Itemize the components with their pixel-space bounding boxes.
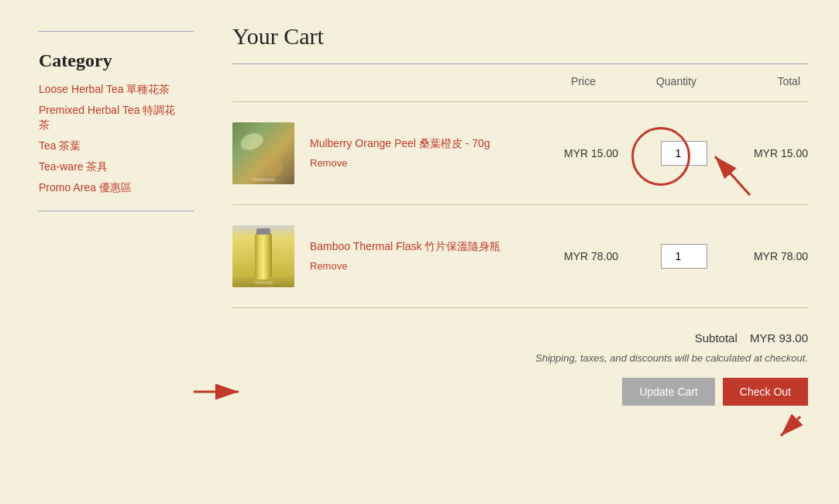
sidebar-divider-top [39, 31, 194, 32]
subtotal-label: Subtotal [695, 331, 738, 345]
item-2-qty-input[interactable] [661, 244, 707, 269]
update-cart-button[interactable]: Update Cart [622, 378, 714, 406]
cart-divider-2 [232, 204, 808, 205]
flask-cap [256, 228, 270, 235]
cart-column-headers: Price Quantity Total [232, 75, 808, 94]
item-2-qty [638, 244, 731, 269]
item-1-price: MYR 15.00 [545, 147, 638, 159]
item-2-details: Bamboo Thermal Flask 竹片保溫隨身瓶 Remove [310, 240, 545, 273]
sidebar-item-loose-herbal[interactable]: Loose Herbal Tea 單種花茶 [39, 82, 186, 97]
sidebar-item-promo[interactable]: Promo Area 優惠區 [39, 180, 186, 195]
cart-item-2: THIRDASE Bamboo Thermal Flask 竹片保溫隨身瓶 Re… [232, 213, 808, 300]
sidebar-divider-bottom [39, 211, 194, 211]
sidebar: Category Loose Herbal Tea 單種花茶 Premixed … [0, 15, 217, 489]
cart-actions: Update Cart Check Out [232, 378, 808, 406]
sidebar-link-promo[interactable]: Promo Area 優惠區 [39, 181, 132, 194]
sidebar-nav-list: Loose Herbal Tea 單種花茶 Premixed Herbal Te… [39, 82, 186, 195]
item-2-remove[interactable]: Remove [310, 260, 347, 272]
item-2-name: Bamboo Thermal Flask 竹片保溫隨身瓶 [310, 240, 537, 254]
item-1-details: Mulberry Orange Peel 桑葉橙皮 - 70g Remove [310, 137, 545, 170]
cart-divider-3 [232, 307, 808, 308]
sidebar-link-loose-herbal[interactable]: Loose Herbal Tea 單種花茶 [39, 83, 170, 95]
item-2-total: MYR 78.00 [731, 250, 808, 262]
sidebar-link-premixed-herbal[interactable]: Premixed Herbal Tea 特調花茶 [39, 104, 175, 131]
col-header-total: Total [723, 75, 800, 87]
flask-body [255, 233, 272, 279]
sidebar-category-title: Category [39, 50, 186, 71]
cart-item-1: THIRDASE Mulberry Orange Peel 桑葉橙皮 - 70g… [232, 110, 808, 197]
sidebar-link-teaware[interactable]: Tea-ware 茶具 [39, 160, 108, 173]
cart-header-divider [232, 63, 808, 64]
sidebar-item-teaware[interactable]: Tea-ware 茶具 [39, 159, 186, 174]
item-2-image: THIRDASE [232, 225, 294, 287]
item-1-remove[interactable]: Remove [310, 157, 347, 169]
col-header-quantity: Quantity [630, 75, 723, 87]
sidebar-link-tea[interactable]: Tea 茶葉 [39, 139, 81, 152]
sidebar-item-tea[interactable]: Tea 茶葉 [39, 139, 186, 153]
shipping-note: Shipping, taxes, and discounts will be c… [232, 352, 808, 364]
checkout-button[interactable]: Check Out [723, 378, 808, 406]
annotation-arrow-checkout [777, 417, 816, 455]
sidebar-item-premixed-herbal[interactable]: Premixed Herbal Tea 特調花茶 [39, 103, 186, 132]
cart-summary: Subtotal MYR 93.00 Shipping, taxes, and … [232, 331, 808, 406]
item-1-qty [638, 141, 731, 166]
subtotal-row: Subtotal MYR 93.00 [232, 331, 808, 345]
subtotal-value: MYR 93.00 [750, 331, 808, 345]
cart-divider-1 [232, 101, 808, 102]
tea-image: THIRDASE [232, 122, 294, 184]
svg-line-5 [781, 417, 800, 436]
item-2-price: MYR 78.00 [545, 250, 638, 262]
item-1-total: MYR 15.00 [731, 147, 808, 159]
main-content: Your Cart Price Quantity Total THIRDASE … [217, 15, 839, 489]
item-1-image: THIRDASE [232, 122, 294, 184]
page-title: Your Cart [232, 23, 808, 50]
col-header-price: Price [537, 75, 630, 87]
flask-image: THIRDASE [232, 225, 294, 287]
item-1-qty-input[interactable] [661, 141, 707, 166]
item-1-name: Mulberry Orange Peel 桑葉橙皮 - 70g [310, 137, 537, 151]
